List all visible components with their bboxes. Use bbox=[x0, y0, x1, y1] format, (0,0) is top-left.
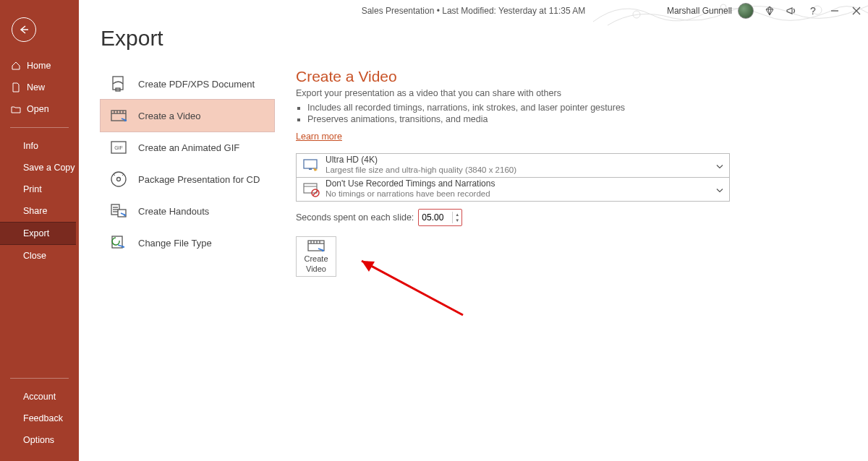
export-option-label: Create Handouts bbox=[138, 206, 209, 217]
sidebar-item-info[interactable]: Info bbox=[0, 135, 79, 157]
gif-icon: GIF bbox=[109, 138, 128, 157]
sidebar-item-save-copy[interactable]: Save a Copy bbox=[0, 157, 79, 178]
export-option-package[interactable]: Package Presentation for CD bbox=[101, 163, 274, 195]
main-content: Export Create PDF/XPS Document Create a … bbox=[79, 0, 868, 461]
pdf-icon bbox=[109, 74, 128, 93]
sidebar-item-label: Feedback bbox=[23, 413, 63, 423]
help-icon[interactable]: ? bbox=[807, 5, 819, 17]
seconds-per-slide-row: Seconds spent on each slide: ▲ ▼ bbox=[296, 209, 730, 226]
divider bbox=[10, 378, 69, 379]
sidebar-item-label: Close bbox=[23, 251, 46, 261]
title-bar-controls: Marshall Gunnell ? bbox=[667, 3, 862, 19]
bullet: Includes all recorded timings, narration… bbox=[307, 103, 730, 113]
dropdown-description: Largest file size and ultra-high quality… bbox=[326, 165, 516, 175]
diamond-icon[interactable] bbox=[764, 5, 775, 17]
spinner-down[interactable]: ▼ bbox=[453, 217, 461, 223]
divider bbox=[10, 127, 69, 128]
sidebar-item-close[interactable]: Close bbox=[0, 245, 79, 267]
export-option-label: Create a Video bbox=[138, 111, 201, 121]
sidebar-item-label: Share bbox=[23, 206, 47, 216]
handouts-icon bbox=[109, 202, 128, 220]
sidebar-item-label: Open bbox=[27, 104, 49, 114]
spinner: ▲ ▼ bbox=[452, 212, 461, 223]
create-video-button[interactable]: Create Video bbox=[296, 236, 336, 277]
cd-icon bbox=[109, 170, 128, 189]
close-icon[interactable] bbox=[851, 5, 862, 17]
svg-rect-28 bbox=[304, 184, 317, 193]
dropdown-description: No timings or narrations have been recor… bbox=[326, 189, 495, 199]
sidebar-item-label: Home bbox=[27, 61, 51, 71]
chevron-down-icon bbox=[716, 184, 723, 195]
export-option-list: Create PDF/XPS Document Create a Video G… bbox=[101, 68, 274, 277]
seconds-input[interactable] bbox=[419, 212, 452, 223]
avatar[interactable] bbox=[738, 3, 754, 19]
spinner-up[interactable]: ▲ bbox=[453, 212, 461, 217]
sidebar-item-feedback[interactable]: Feedback bbox=[0, 408, 79, 429]
new-icon bbox=[11, 82, 21, 92]
learn-more-link[interactable]: Learn more bbox=[296, 132, 342, 142]
export-option-label: Package Presentation for CD bbox=[138, 174, 260, 185]
resolution-dropdown[interactable]: Ultra HD (4K) Largest file size and ultr… bbox=[296, 153, 730, 178]
username: Marshall Gunnell bbox=[667, 6, 732, 16]
sidebar-item-home[interactable]: Home bbox=[0, 55, 79, 77]
back-button[interactable] bbox=[12, 17, 36, 42]
svg-point-16 bbox=[117, 178, 121, 181]
bullet: Preserves animations, transitions, and m… bbox=[307, 114, 730, 124]
dropdown-value: Don't Use Recorded Timings and Narration… bbox=[326, 179, 495, 189]
export-option-pdf[interactable]: Create PDF/XPS Document bbox=[101, 68, 274, 100]
home-icon bbox=[11, 61, 21, 71]
export-option-label: Change File Type bbox=[138, 238, 212, 249]
minimize-icon[interactable] bbox=[829, 5, 841, 17]
sidebar-item-export[interactable]: Export bbox=[0, 222, 76, 245]
export-option-video[interactable]: Create a Video bbox=[101, 100, 274, 132]
sidebar-item-open[interactable]: Open bbox=[0, 98, 79, 120]
sidebar-item-options[interactable]: Options bbox=[0, 429, 79, 451]
video-icon bbox=[109, 106, 128, 125]
export-option-label: Create PDF/XPS Document bbox=[138, 79, 255, 90]
change-type-icon bbox=[109, 233, 128, 252]
page-title: Export bbox=[101, 26, 868, 51]
detail-heading: Create a Video bbox=[296, 68, 730, 85]
export-option-gif[interactable]: GIF Create an Animated GIF bbox=[101, 132, 274, 163]
seconds-input-wrapper: ▲ ▼ bbox=[418, 209, 462, 226]
sidebar-item-label: New bbox=[27, 82, 45, 92]
sidebar-item-share[interactable]: Share bbox=[0, 200, 79, 222]
sidebar-item-new[interactable]: New bbox=[0, 77, 79, 98]
detail-subtitle: Export your presentation as a video that… bbox=[296, 88, 730, 98]
no-timings-icon bbox=[302, 181, 320, 198]
sidebar-item-label: Save a Copy bbox=[23, 163, 75, 173]
backstage-sidebar: Home New Open Info Save a Copy Print Sha… bbox=[0, 0, 79, 461]
open-icon bbox=[11, 104, 21, 114]
svg-rect-32 bbox=[308, 241, 324, 251]
monitor-icon bbox=[302, 157, 320, 174]
timings-dropdown[interactable]: Don't Use Recorded Timings and Narration… bbox=[296, 178, 730, 202]
export-option-label: Create an Animated GIF bbox=[138, 142, 239, 153]
megaphone-icon[interactable] bbox=[786, 5, 797, 17]
filmstrip-icon bbox=[307, 240, 325, 253]
sidebar-item-label: Info bbox=[23, 141, 38, 151]
svg-rect-26 bbox=[309, 168, 312, 170]
dropdown-value: Ultra HD (4K) bbox=[326, 155, 516, 165]
export-option-handouts[interactable]: Create Handouts bbox=[101, 195, 274, 227]
button-label: Video bbox=[306, 264, 326, 273]
sidebar-item-account[interactable]: Account bbox=[0, 386, 79, 408]
svg-text:GIF: GIF bbox=[114, 145, 123, 150]
sidebar-item-label: Print bbox=[23, 184, 42, 194]
export-option-change-type[interactable]: Change File Type bbox=[101, 227, 274, 259]
sidebar-item-label: Export bbox=[23, 228, 49, 238]
sidebar-item-print[interactable]: Print bbox=[0, 178, 79, 200]
svg-rect-25 bbox=[304, 160, 317, 168]
document-title: Sales Presentation • Last Modified: Yest… bbox=[362, 6, 586, 16]
seconds-label: Seconds spent on each slide: bbox=[296, 212, 414, 223]
sidebar-item-label: Options bbox=[23, 435, 54, 445]
detail-bullets: Includes all recorded timings, narration… bbox=[296, 103, 730, 124]
button-label: Create bbox=[304, 254, 328, 263]
sidebar-item-label: Account bbox=[23, 392, 56, 402]
detail-pane: Create a Video Export your presentation … bbox=[296, 68, 730, 277]
chevron-down-icon bbox=[716, 160, 723, 171]
